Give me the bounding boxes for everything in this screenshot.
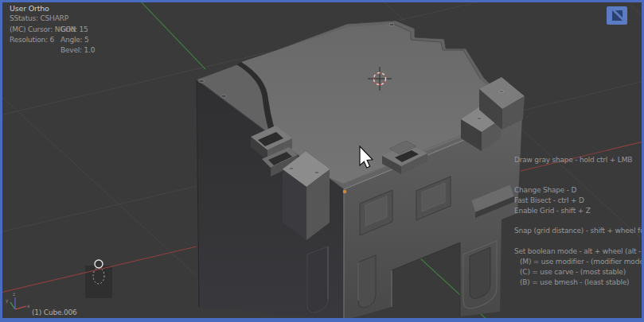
svg-text:z: z (13, 291, 15, 297)
help-mode-bmesh: (B) = use bmesh - (least stable) (520, 278, 629, 286)
help-enable-grid: Enable Grid - shift + Z (514, 207, 591, 215)
axis-gizmo-icon: x y z (6, 291, 30, 309)
lamp-icon (95, 260, 103, 268)
viewport-3d[interactable]: x y z User Ortho SStatus: CSHARP (MC) Cu… (2, 2, 642, 318)
hud-resolution: Resolution: 6 (10, 36, 54, 44)
svg-text:x: x (27, 303, 30, 308)
svg-text:y: y (6, 297, 9, 304)
help-mode-carve: (C) = use carve - (most stable) (520, 268, 626, 276)
cube-model[interactable] (197, 21, 525, 318)
corner-post-front-left (283, 152, 330, 240)
active-object-label: (1) Cube.006 (32, 308, 77, 316)
hud-bevel: Bevel: 1.0 (60, 46, 95, 54)
help-snap: Snap (grid distance) - shift + wheel for… (514, 227, 642, 235)
help-fast-bisect: Fast Bisect - ctrl + D (514, 196, 584, 204)
blender-window: x y z User Ortho SStatus: CSHARP (MC) Cu… (0, 0, 644, 322)
help-change-shape: Change Shape - D (514, 186, 576, 194)
help-draw: Draw gray shape - hold ctrl + LMB (514, 156, 632, 164)
lamp-object[interactable] (85, 260, 112, 298)
object-origin-dot (343, 190, 347, 194)
hud-grid: Grid: 15 (60, 25, 88, 33)
hud-sstatus: SStatus: CSHARP (10, 14, 68, 22)
expand-corner-icon[interactable] (606, 6, 628, 26)
view-mode-label: User Ortho (10, 4, 49, 13)
help-set-boolean: Set boolean mode - alt + wheel (alt - (+… (514, 247, 642, 255)
help-mode-modifier: (M) = use modifier - (modifier mode) (520, 258, 642, 266)
hud-angle: Angle: 5 (60, 36, 89, 44)
